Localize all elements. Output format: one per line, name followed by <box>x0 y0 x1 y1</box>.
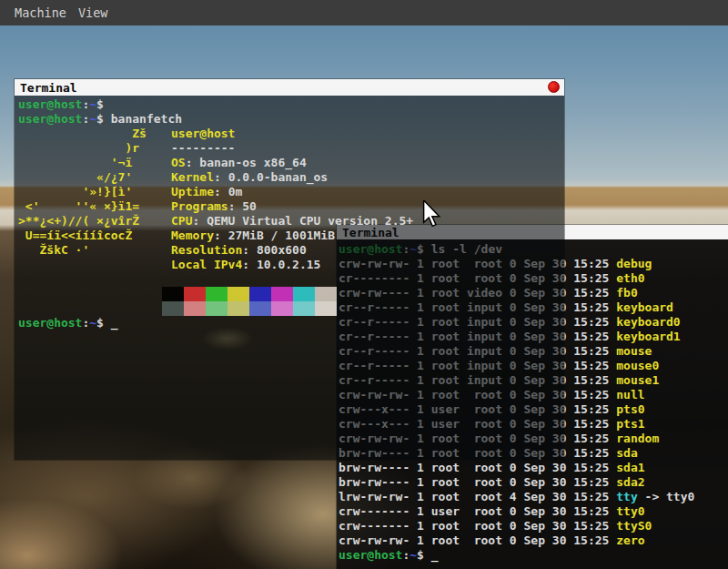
device-row: crw-rw-rw- 1 root root 0 Sep 30 15:25 ze… <box>339 533 645 548</box>
device-row: brw-rw---- 1 root root 0 Sep 30 15:25 sd… <box>339 461 645 475</box>
vm-screen: Machine View Terminal user@host:~$ ls -l… <box>0 0 728 569</box>
fetch-info-line: OS: banan-os x86_64 <box>171 156 307 170</box>
file-name: random <box>616 432 659 445</box>
device-row: crw------- 1 root root 0 Sep 30 15:25 tt… <box>339 519 652 533</box>
fetch-label: CPU <box>171 214 192 228</box>
file-meta: lrw-rw-rw- 1 root root 4 Sep 30 15:25 <box>339 490 616 503</box>
prompt-line: user@host:~$ _ <box>339 548 439 563</box>
palette-swatch <box>293 301 315 316</box>
fetch-value: 0.0.0-banan_os <box>228 170 329 184</box>
prompt-symbol: $ <box>96 97 104 111</box>
fetch-value: 0m <box>228 185 243 198</box>
fetch-label: Uptime <box>171 185 214 198</box>
fetch-value: 800x600 <box>257 243 307 257</box>
file-name: pts0 <box>616 402 644 416</box>
prompt-user: user@host <box>18 112 82 126</box>
palette-swatch <box>315 287 337 301</box>
menu-view[interactable]: View <box>78 5 108 20</box>
symlink-target: tty0 <box>666 490 694 503</box>
prompt-user: user@host <box>18 97 82 111</box>
palette-swatch <box>249 287 271 301</box>
prompt-symbol: $ <box>96 316 104 330</box>
prompt-symbol: $ <box>417 548 424 562</box>
file-name: debug <box>616 257 652 270</box>
device-row: lrw-rw-rw- 1 root root 4 Sep 30 15:25 tt… <box>339 490 694 504</box>
file-name: mouse0 <box>616 359 659 372</box>
palette-swatch <box>293 287 315 301</box>
terminal-window-bananfetch[interactable]: Terminal user@host:~$ user@host:~$ banan… <box>15 79 564 460</box>
prompt-path: ~ <box>89 112 96 126</box>
palette-swatch <box>228 287 249 301</box>
prompt-line: user@host:~$ _ <box>18 316 118 330</box>
palette-swatch <box>271 287 293 301</box>
file-name: tty0 <box>616 504 644 518</box>
text-cursor: _ <box>431 548 439 562</box>
file-meta: crw------- 1 user root 0 Sep 30 15:25 <box>339 504 616 518</box>
text-cursor: _ <box>111 316 118 330</box>
file-name: mouse <box>616 344 652 358</box>
fetch-value: 50 <box>242 199 257 213</box>
file-name: fb0 <box>616 286 637 300</box>
fetch-colon: : <box>242 258 257 271</box>
mouse-cursor-icon <box>422 200 442 228</box>
palette-swatch <box>162 287 184 301</box>
terminal-text <box>424 548 431 562</box>
fetch-label: Resolution <box>171 243 242 257</box>
prompt-path: ~ <box>410 548 417 562</box>
terminal1-titlebar[interactable]: Terminal <box>15 79 564 96</box>
fetch-value: banan-os x86_64 <box>199 156 306 169</box>
palette-swatch <box>184 287 206 301</box>
device-row: crw------- 1 user root 0 Sep 30 15:25 tt… <box>339 504 645 519</box>
file-name: ttyS0 <box>616 519 652 533</box>
fetch-host-line: user@host <box>171 127 235 141</box>
fetch-colon: : <box>214 229 228 242</box>
terminal1-title: Terminal <box>20 81 77 95</box>
fetch-label: Local IPv4 <box>171 258 242 271</box>
fetch-separator-line: --------- <box>171 141 235 156</box>
fetch-value: 27MiB / 1001MiB <box>228 229 335 242</box>
palette-swatch <box>315 301 337 316</box>
fetch-info-line: Kernel: 0.0.0-banan_os <box>171 170 328 185</box>
symlink-arrow: -> <box>638 490 666 503</box>
fetch-colon: : <box>214 185 228 198</box>
prompt-user: user@host <box>339 548 402 562</box>
file-name: sda <box>616 446 637 460</box>
file-meta: brw-rw---- 1 root root 0 Sep 30 15:25 <box>339 461 616 474</box>
fetch-separator: --------- <box>171 141 235 155</box>
file-name: pts1 <box>616 417 644 431</box>
fetch-host: user@host <box>171 127 235 140</box>
fetch-colon: : <box>186 156 200 169</box>
menu-machine[interactable]: Machine <box>15 5 66 20</box>
palette-swatch <box>206 287 228 301</box>
file-name: zero <box>616 533 644 547</box>
file-meta: brw-rw---- 1 root root 0 Sep 30 15:25 <box>339 475 616 489</box>
fetch-label: OS <box>171 156 186 169</box>
banana-ascii-art: Zš )r '¬ï «/¿7' '»!}[ì' <' ''« ×}ï1= >**… <box>18 127 147 258</box>
fetch-label: Memory <box>171 229 214 242</box>
palette-swatch <box>249 301 271 316</box>
file-name: keyboard0 <box>616 315 680 329</box>
prompt-symbol: $ <box>96 112 104 126</box>
file-name: sda1 <box>616 461 644 474</box>
file-name: tty <box>616 490 637 503</box>
prompt-user: user@host <box>18 316 82 330</box>
file-meta: crw-rw-rw- 1 root root 0 Sep 30 15:25 <box>339 533 616 547</box>
fetch-info-line: Memory: 27MiB / 1001MiB <box>171 229 335 243</box>
file-name: mouse1 <box>616 373 659 387</box>
fetch-label: Kernel <box>171 170 214 184</box>
palette-swatch <box>206 301 228 316</box>
command-line: user@host:~$ bananfetch <box>18 112 182 127</box>
command-text: bananfetch <box>104 112 182 126</box>
fetch-info-line: Local IPv4: 10.0.2.15 <box>171 258 320 272</box>
palette-swatch <box>162 301 184 316</box>
file-name: keyboard <box>616 300 673 314</box>
fetch-info-line: CPU: QEMU Virtual CPU version 2.5+ <box>171 214 413 229</box>
prompt-path: ~ <box>89 97 96 111</box>
close-button-icon[interactable] <box>548 81 560 93</box>
fetch-colon: : <box>214 170 228 184</box>
terminal1-content[interactable]: user@host:~$ user@host:~$ bananfetch Zš … <box>15 96 564 460</box>
fetch-info-line: Uptime: 0m <box>171 185 242 199</box>
fetch-colon: : <box>242 243 257 257</box>
fetch-value: 10.0.2.15 <box>257 258 320 271</box>
fetch-info-line: Programs: 50 <box>171 199 257 214</box>
